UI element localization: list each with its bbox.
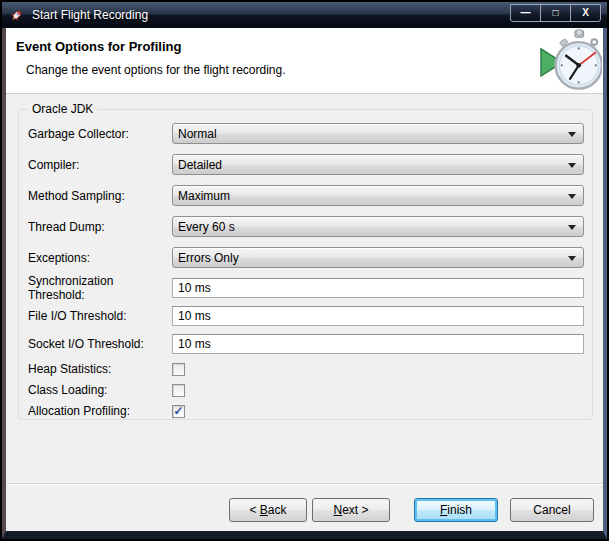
dropdown-arrow-icon [568, 256, 576, 261]
synchronization-threshold-label: Synchronization Threshold: [28, 274, 172, 302]
finish-button[interactable]: Finish [414, 498, 498, 522]
row-allocation-profiling: Allocation Profiling: ✓ [28, 404, 584, 418]
dropdown-arrow-icon [568, 225, 576, 230]
cancel-button-rest: Cancel [533, 503, 570, 517]
allocation-profiling-label: Allocation Profiling: [28, 404, 172, 418]
button-bar-separator [6, 483, 603, 485]
dropdown-arrow-icon [568, 194, 576, 199]
row-exceptions: Exceptions: Errors Only [28, 247, 584, 268]
window-body: Event Options for Profiling Change the e… [2, 28, 607, 539]
row-class-loading: Class Loading: [28, 383, 584, 397]
row-compiler: Compiler: Detailed [28, 154, 584, 175]
back-button-mnemonic: B [260, 503, 268, 517]
back-button-rest: ack [268, 503, 287, 517]
next-button[interactable]: Next > [312, 498, 390, 522]
exceptions-select[interactable]: Errors Only [172, 247, 584, 268]
wizard-button-bar: < Back Next > Finish Cancel [229, 498, 594, 522]
file-io-threshold-label: File I/O Threshold: [28, 309, 172, 323]
window-title: Start Flight Recording [32, 8, 148, 22]
heap-statistics-label: Heap Statistics: [28, 362, 172, 376]
titlebar[interactable]: Start Flight Recording — □ X [2, 2, 607, 28]
class-loading-checkbox[interactable] [172, 384, 185, 397]
heap-statistics-checkbox[interactable] [172, 363, 185, 376]
back-button-prefix: < [249, 503, 259, 517]
row-heap-statistics: Heap Statistics: [28, 362, 584, 376]
cancel-button[interactable]: Cancel [510, 498, 594, 522]
back-button[interactable]: < Back [229, 498, 307, 522]
method-sampling-select[interactable]: Maximum [172, 185, 584, 206]
garbage-collector-value: Normal [178, 127, 217, 141]
garbage-collector-select[interactable]: Normal [172, 123, 584, 144]
row-synchronization-threshold: Synchronization Threshold: [28, 278, 584, 298]
page-title: Event Options for Profiling [16, 39, 181, 54]
thread-dump-label: Thread Dump: [28, 220, 172, 234]
method-sampling-value: Maximum [178, 189, 230, 203]
compiler-value: Detailed [178, 158, 222, 172]
close-button[interactable]: X [570, 4, 601, 22]
stopwatch-play-icon [540, 29, 602, 92]
finish-button-mnemonic: F [440, 503, 447, 517]
dropdown-arrow-icon [568, 132, 576, 137]
oracle-jdk-group: Oracle JDK Garbage Collector: Normal Com… [18, 109, 593, 420]
group-label: Oracle JDK [28, 102, 97, 116]
compiler-select[interactable]: Detailed [172, 154, 584, 175]
minimize-button[interactable]: — [510, 4, 541, 22]
exceptions-label: Exceptions: [28, 251, 172, 265]
finish-button-rest: inish [447, 503, 472, 517]
flight-recording-icon [9, 7, 25, 23]
option-rows: Garbage Collector: Normal Compiler: Deta… [28, 123, 584, 425]
page-subtitle: Change the event options for the flight … [26, 63, 286, 77]
dropdown-arrow-icon [568, 163, 576, 168]
row-method-sampling: Method Sampling: Maximum [28, 185, 584, 206]
socket-io-threshold-input[interactable] [172, 334, 584, 354]
start-flight-recording-dialog: Start Flight Recording — □ X Event Optio… [0, 0, 609, 541]
maximize-button[interactable]: □ [540, 4, 571, 22]
wizard-header: Event Options for Profiling Change the e… [6, 28, 603, 94]
exceptions-value: Errors Only [178, 251, 239, 265]
next-button-rest: ext > [342, 503, 368, 517]
compiler-label: Compiler: [28, 158, 172, 172]
thread-dump-select[interactable]: Every 60 s [172, 216, 584, 237]
allocation-profiling-checkbox[interactable]: ✓ [172, 405, 185, 418]
method-sampling-label: Method Sampling: [28, 189, 172, 203]
thread-dump-value: Every 60 s [178, 220, 235, 234]
row-file-io-threshold: File I/O Threshold: [28, 306, 584, 326]
row-thread-dump: Thread Dump: Every 60 s [28, 216, 584, 237]
row-socket-io-threshold: Socket I/O Threshold: [28, 334, 584, 354]
next-button-mnemonic: N [333, 503, 342, 517]
garbage-collector-label: Garbage Collector: [28, 127, 172, 141]
class-loading-label: Class Loading: [28, 383, 172, 397]
file-io-threshold-input[interactable] [172, 306, 584, 326]
window-controls: — □ X [511, 4, 601, 22]
synchronization-threshold-input[interactable] [172, 278, 584, 298]
row-garbage-collector: Garbage Collector: Normal [28, 123, 584, 144]
wizard-client-area: Oracle JDK Garbage Collector: Normal Com… [6, 94, 603, 531]
socket-io-threshold-label: Socket I/O Threshold: [28, 337, 172, 351]
